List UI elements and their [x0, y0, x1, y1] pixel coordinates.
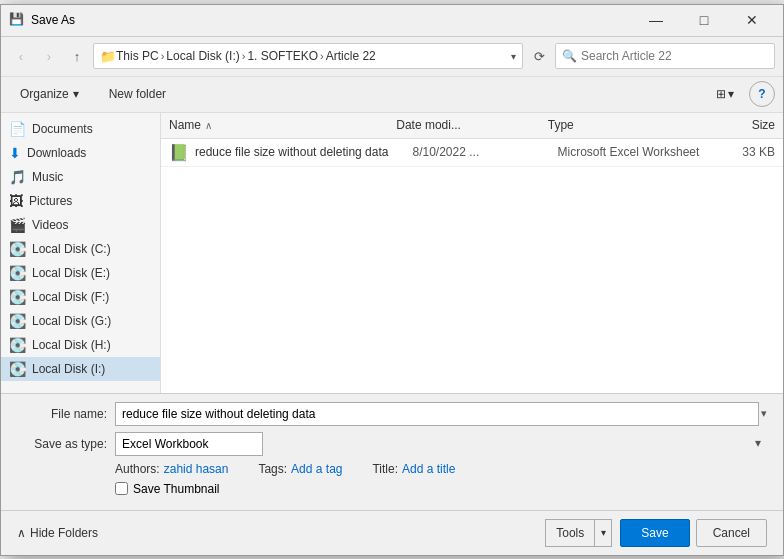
sidebar-item-label: Local Disk (I:) [32, 362, 105, 376]
savetype-row: Save as type: Excel Workbook Excel 97-20… [17, 432, 767, 456]
column-date[interactable]: Date modi... [396, 118, 548, 132]
downloads-icon: ⬇ [9, 145, 21, 161]
excel-file-icon: 📗 [169, 143, 189, 162]
sidebar-item-label: Pictures [29, 194, 72, 208]
authors-field: Authors: zahid hasan [115, 462, 228, 476]
title-bar-controls: — □ ✕ [633, 7, 775, 33]
hide-folders-button[interactable]: ∧ Hide Folders [17, 526, 98, 540]
filename-input[interactable] [115, 402, 759, 426]
up-button[interactable]: ↑ [65, 44, 89, 68]
local-disk-f-icon: 💽 [9, 289, 26, 305]
tags-field: Tags: Add a tag [258, 462, 342, 476]
column-name[interactable]: Name ∧ [169, 118, 396, 132]
filename-row: File name: ▾ [17, 402, 767, 426]
filename-label: File name: [17, 407, 107, 421]
search-icon: 🔍 [562, 49, 577, 63]
view-icon: ⊞ [716, 87, 726, 101]
meta-row: Authors: zahid hasan Tags: Add a tag Tit… [17, 462, 767, 476]
title-bar: 💾 Save As — □ ✕ [1, 5, 783, 37]
videos-icon: 🎬 [9, 217, 26, 233]
save-button[interactable]: Save [620, 519, 689, 547]
sidebar-item-downloads[interactable]: ⬇ Downloads [1, 141, 160, 165]
sidebar-item-local-g[interactable]: 💽 Local Disk (G:) [1, 309, 160, 333]
file-date: 8/10/2022 ... [413, 145, 558, 159]
view-button[interactable]: ⊞ ▾ [709, 81, 741, 107]
help-button[interactable]: ? [749, 81, 775, 107]
thumbnail-label-text: Save Thumbnail [133, 482, 220, 496]
music-icon: 🎵 [9, 169, 26, 185]
organize-button[interactable]: Organize ▾ [9, 81, 90, 107]
sidebar-item-pictures[interactable]: 🖼 Pictures [1, 189, 160, 213]
local-disk-h-icon: 💽 [9, 337, 26, 353]
tools-group: Tools ▾ [545, 519, 612, 547]
sidebar-item-local-h[interactable]: 💽 Local Disk (H:) [1, 333, 160, 357]
sidebar: 📄 Documents ⬇ Downloads 🎵 Music 🖼 Pictur… [1, 113, 161, 393]
column-type[interactable]: Type [548, 118, 700, 132]
minimize-button[interactable]: — [633, 7, 679, 33]
breadcrumb-bar[interactable]: 📁 This PC › Local Disk (I:) › 1. SOFTEKO… [93, 43, 523, 69]
sidebar-item-label: Music [32, 170, 63, 184]
save-as-dialog: 💾 Save As — □ ✕ ‹ › ↑ 📁 This PC › Local … [0, 4, 784, 556]
file-item[interactable]: 📗 reduce file size without deleting data… [161, 139, 783, 167]
file-list: Name ∧ Date modi... Type Size 📗 reduce f… [161, 113, 783, 393]
thumbnail-checkbox-label[interactable]: Save Thumbnail [115, 482, 220, 496]
tags-value[interactable]: Add a tag [291, 462, 342, 476]
organize-label: Organize [20, 87, 69, 101]
title-value[interactable]: Add a title [402, 462, 455, 476]
sidebar-item-music[interactable]: 🎵 Music [1, 165, 160, 189]
sidebar-item-local-f[interactable]: 💽 Local Disk (F:) [1, 285, 160, 309]
close-button[interactable]: ✕ [729, 7, 775, 33]
authors-value[interactable]: zahid hasan [164, 462, 229, 476]
breadcrumb-dropdown-arrow: ▾ [511, 51, 516, 62]
sidebar-item-label: Videos [32, 218, 68, 232]
file-list-header: Name ∧ Date modi... Type Size [161, 113, 783, 139]
tools-dropdown-button[interactable]: ▾ [594, 519, 612, 547]
sidebar-item-label: Local Disk (F:) [32, 290, 109, 304]
tools-button[interactable]: Tools [545, 519, 594, 547]
maximize-button[interactable]: □ [681, 7, 727, 33]
bottom-form: File name: ▾ Save as type: Excel Workboo… [1, 393, 783, 510]
search-box: 🔍 [555, 43, 775, 69]
new-folder-button[interactable]: New folder [98, 81, 177, 107]
view-arrow-icon: ▾ [728, 87, 734, 101]
toolbar: ‹ › ↑ 📁 This PC › Local Disk (I:) › 1. S… [1, 37, 783, 77]
hide-folders-label: Hide Folders [30, 526, 98, 540]
tags-label: Tags: [258, 462, 287, 476]
action-bar: Organize ▾ New folder ⊞ ▾ ? [1, 77, 783, 113]
savetype-select[interactable]: Excel Workbook Excel 97-2003 Workbook CS… [115, 432, 263, 456]
column-size[interactable]: Size [699, 118, 775, 132]
sidebar-item-documents[interactable]: 📄 Documents [1, 117, 160, 141]
file-name: reduce file size without deleting data [195, 145, 413, 159]
main-content: 📄 Documents ⬇ Downloads 🎵 Music 🖼 Pictur… [1, 113, 783, 393]
title-label: Title: [372, 462, 398, 476]
sidebar-item-local-c[interactable]: 💽 Local Disk (C:) [1, 237, 160, 261]
back-button[interactable]: ‹ [9, 44, 33, 68]
pictures-icon: 🖼 [9, 193, 23, 209]
breadcrumb-item-localdisk: Local Disk (I:) [166, 49, 239, 63]
sidebar-item-local-i[interactable]: 💽 Local Disk (I:) [1, 357, 160, 381]
hide-folders-arrow-icon: ∧ [17, 526, 26, 540]
sidebar-item-label: Documents [32, 122, 93, 136]
breadcrumb-folder-icon: 📁 [100, 49, 116, 64]
forward-button[interactable]: › [37, 44, 61, 68]
breadcrumb-item-thispc: This PC [116, 49, 159, 63]
refresh-button[interactable]: ⟳ [527, 44, 551, 68]
footer: ∧ Hide Folders Tools ▾ Save Cancel [1, 510, 783, 555]
sidebar-item-local-e[interactable]: 💽 Local Disk (E:) [1, 261, 160, 285]
search-input[interactable] [581, 49, 768, 63]
thumbnail-checkbox[interactable] [115, 482, 128, 495]
file-type: Microsoft Excel Worksheet [558, 145, 703, 159]
file-size: 33 KB [703, 145, 776, 159]
breadcrumb-item-softeko: 1. SOFTEKO [247, 49, 318, 63]
sidebar-item-label: Downloads [27, 146, 86, 160]
savetype-select-wrapper: Excel Workbook Excel 97-2003 Workbook CS… [115, 432, 767, 456]
cancel-button[interactable]: Cancel [696, 519, 767, 547]
local-disk-e-icon: 💽 [9, 265, 26, 281]
local-disk-g-icon: 💽 [9, 313, 26, 329]
sidebar-item-videos[interactable]: 🎬 Videos [1, 213, 160, 237]
local-disk-c-icon: 💽 [9, 241, 26, 257]
local-disk-i-icon: 💽 [9, 361, 26, 377]
title-field: Title: Add a title [372, 462, 455, 476]
breadcrumb-item-article: Article 22 [326, 49, 376, 63]
sidebar-item-label: Local Disk (H:) [32, 338, 111, 352]
